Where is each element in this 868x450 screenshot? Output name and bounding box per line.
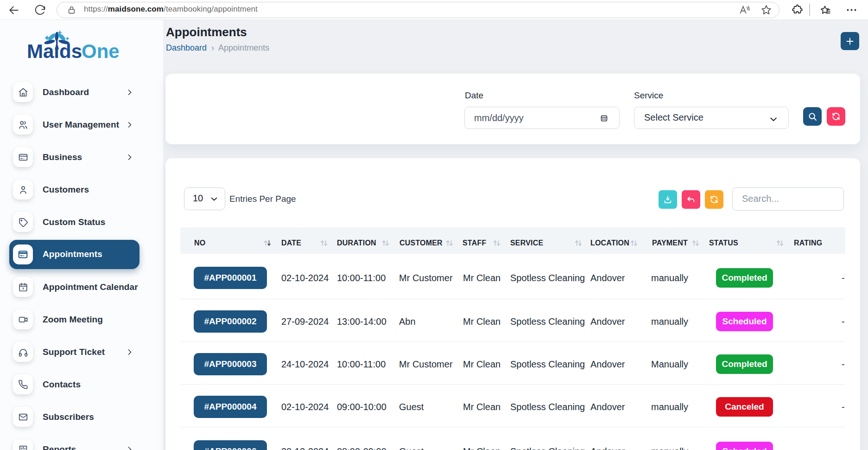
svg-text:One: One xyxy=(82,40,120,62)
svg-text:Maıds: Maıds xyxy=(27,40,82,62)
